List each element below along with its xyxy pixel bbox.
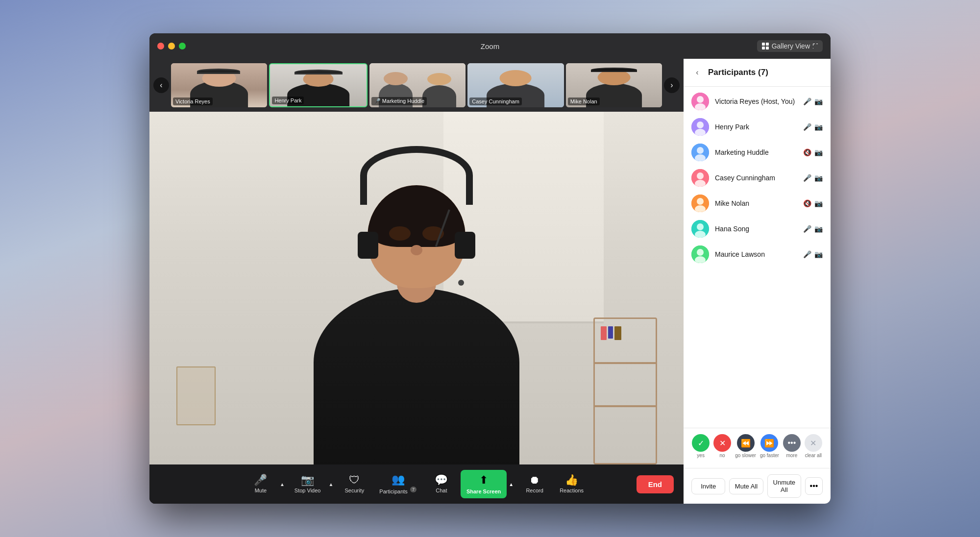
video-caret[interactable]: ▲ xyxy=(326,478,335,491)
thumbnail-victoria-reyes[interactable]: Victoria Reyes xyxy=(171,63,267,107)
thumbnail-strip: ‹ Victoria Reyes xyxy=(149,59,684,112)
participant-item[interactable]: Maurice Lawson 🎤 📷 xyxy=(684,242,831,267)
mic-on-icon7: 🎤 xyxy=(803,250,811,258)
expand-icon xyxy=(813,44,818,49)
chat-button[interactable]: 💬 Chat xyxy=(424,471,459,497)
video-area: ‹ Victoria Reyes xyxy=(149,59,684,504)
share-screen-group: ⬆ Share Screen ▲ xyxy=(461,470,515,498)
avatar-hana xyxy=(691,220,709,238)
participant-name-marketing: Marketing Huddle xyxy=(715,148,797,156)
participant-icons-mike: 🔇 📷 xyxy=(803,199,823,207)
participant-item[interactable]: Henry Park 🎤 📷 xyxy=(684,114,831,140)
participants-panel: ‹ Participants (7) Victoria Reyes (Host,… xyxy=(684,59,831,504)
reaction-faster-label: go faster xyxy=(760,453,779,458)
avatar-img-marketing xyxy=(691,144,709,161)
mic-on-icon6: 🎤 xyxy=(803,225,811,233)
participant-item[interactable]: Casey Cunningham 🎤 📷 xyxy=(684,165,831,191)
participant-icons-casey: 🎤 📷 xyxy=(803,174,823,182)
svg-point-11 xyxy=(697,147,704,154)
share-screen-button[interactable]: ⬆ Share Screen xyxy=(461,470,507,498)
svg-rect-0 xyxy=(762,43,765,46)
stop-video-label: Stop Video xyxy=(294,488,321,493)
cam-on-icon7: 📷 xyxy=(814,250,823,258)
record-label: Record xyxy=(526,488,543,493)
avatar-henry xyxy=(691,118,709,136)
mute-caret[interactable]: ▲ xyxy=(278,478,287,491)
reactions-row: ✓ yes ✕ no ⏪ go slower ⏩ go faster xyxy=(691,434,823,458)
reaction-faster-button[interactable]: ⏩ xyxy=(760,434,778,452)
end-button[interactable]: End xyxy=(637,475,674,493)
svg-point-17 xyxy=(697,198,704,205)
security-button[interactable]: 🛡 Security xyxy=(337,471,371,497)
thumbnail-henry-park[interactable]: Henry Park xyxy=(269,63,367,107)
reaction-no-button[interactable]: ✕ xyxy=(713,434,731,452)
gallery-view-button[interactable]: Gallery View xyxy=(757,40,823,52)
reactions-label: Reactions xyxy=(560,488,584,493)
more-options-button[interactable]: ••• xyxy=(805,477,823,495)
collapse-button[interactable]: ‹ xyxy=(691,67,703,78)
participants-label: Participants 7 xyxy=(379,487,416,494)
unmute-all-button[interactable]: Unmute All xyxy=(767,474,801,498)
reaction-clear-button[interactable]: ✕ xyxy=(805,434,822,452)
reactions-button[interactable]: 👍 Reactions xyxy=(554,471,589,497)
share-caret[interactable]: ▲ xyxy=(507,478,515,491)
participant-name-mike: Mike Nolan xyxy=(715,199,797,207)
thumbnail-casey-cunningham[interactable]: Casey Cunningham xyxy=(467,63,564,107)
reaction-clear: ✕ clear all xyxy=(805,434,822,458)
mute-group: 🎤 Mute ▲ xyxy=(244,471,287,497)
participant-name-casey: Casey Cunningham xyxy=(715,174,797,182)
reaction-slower-button[interactable]: ⏪ xyxy=(737,434,755,452)
reaction-no: ✕ no xyxy=(713,434,731,458)
thumbnail-mike-nolan[interactable]: Mike Nolan xyxy=(566,63,662,107)
participant-item[interactable]: Marketing Huddle 🔇 📷 xyxy=(684,140,831,165)
panel-actions: Invite Mute All Unmute All ••• xyxy=(684,468,831,504)
thumb-label-casey: Casey Cunningham xyxy=(469,98,522,105)
prev-thumbnail-button[interactable]: ‹ xyxy=(153,77,169,93)
participant-name-maurice: Maurice Lawson xyxy=(715,250,797,258)
grid-icon xyxy=(762,43,769,49)
participant-item[interactable]: Victoria Reyes (Host, You) 🎤 📷 xyxy=(684,89,831,114)
participant-item[interactable]: Mike Nolan 🔇 📷 xyxy=(684,191,831,216)
minimize-button[interactable] xyxy=(168,43,175,49)
cam-on-icon4: 📷 xyxy=(814,174,823,182)
thumbnail-marketing-huddle[interactable]: 🎤 Marketing Huddle xyxy=(369,63,466,107)
reactions-section: ✓ yes ✕ no ⏪ go slower ⏩ go faster xyxy=(684,428,831,468)
zoom-window: Zoom Gallery View ‹ xyxy=(149,33,831,504)
invite-button[interactable]: Invite xyxy=(691,478,725,494)
participants-button[interactable]: 👥 Participants 7 xyxy=(373,470,422,498)
next-thumbnail-button[interactable]: › xyxy=(664,77,680,93)
title-bar: Zoom Gallery View xyxy=(149,33,831,59)
mute-all-button[interactable]: Mute All xyxy=(729,478,763,494)
mute-button[interactable]: 🎤 Mute xyxy=(244,471,278,497)
reaction-yes-button[interactable]: ✓ xyxy=(692,434,710,452)
participant-icons-marketing: 🔇 📷 xyxy=(803,148,823,156)
participant-icons-maurice: 🎤 📷 xyxy=(803,250,823,258)
stop-video-button[interactable]: 📷 Stop Video xyxy=(289,471,327,497)
reaction-faster: ⏩ go faster xyxy=(760,434,779,458)
avatar-img-maurice xyxy=(691,245,709,263)
window-title: Zoom xyxy=(481,42,499,50)
avatar-victoria xyxy=(691,93,709,110)
share-screen-label: Share Screen xyxy=(466,488,501,494)
cam-on-icon6: 📷 xyxy=(814,225,823,233)
mic-muted-icon2: 🔇 xyxy=(803,199,811,207)
close-button[interactable] xyxy=(157,43,164,49)
svg-rect-3 xyxy=(766,47,769,49)
reaction-slower-label: go slower xyxy=(735,453,756,458)
panel-title: Participants (7) xyxy=(708,68,768,77)
maximize-button[interactable] xyxy=(179,43,186,49)
participant-name-henry: Henry Park xyxy=(715,123,797,131)
mute-label: Mute xyxy=(255,488,267,493)
toolbar: 🎤 Mute ▲ 📷 Stop Video ▲ 🛡 Securit xyxy=(149,464,684,504)
record-icon: ⏺ xyxy=(529,475,540,486)
mic-on-icon: 🎤 xyxy=(803,98,811,105)
main-content: ‹ Victoria Reyes xyxy=(149,59,831,504)
record-button[interactable]: ⏺ Record xyxy=(517,471,552,497)
participant-icons-henry: 🎤 📷 xyxy=(803,123,823,131)
reaction-more-button[interactable]: ••• xyxy=(783,434,801,452)
participant-name-hana: Hana Song xyxy=(715,225,797,233)
svg-point-8 xyxy=(697,122,704,128)
participant-item[interactable]: Hana Song 🎤 📷 xyxy=(684,216,831,242)
avatar-img-henry xyxy=(691,118,709,136)
avatar-img-mike xyxy=(691,195,709,212)
